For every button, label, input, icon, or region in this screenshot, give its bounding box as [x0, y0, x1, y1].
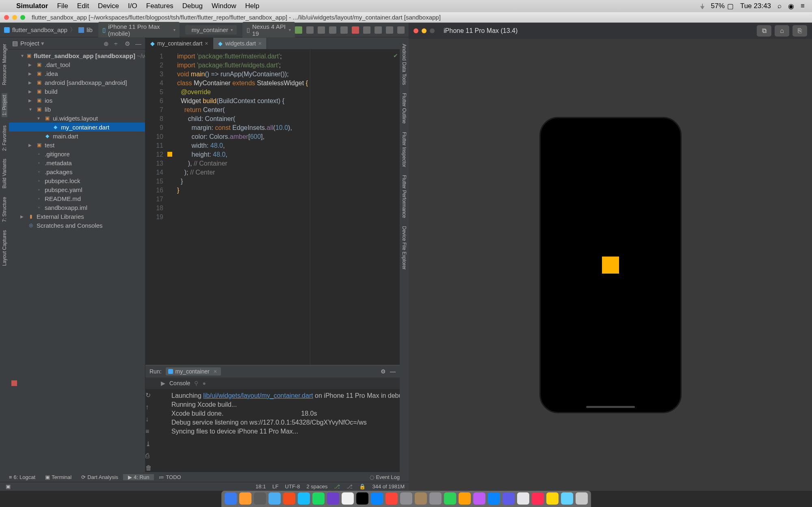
tree-item[interactable]: ▶▣.idea — [9, 69, 145, 78]
color-gutter-icon[interactable] — [167, 152, 172, 157]
sim-minimize-button[interactable] — [422, 28, 427, 33]
dock-app-icon[interactable] — [576, 492, 588, 505]
run-button[interactable] — [295, 26, 302, 34]
tab-flutter-performance[interactable]: Flutter Performance — [401, 175, 407, 218]
tree-item[interactable]: ▶▣.dart_tool — [9, 60, 145, 69]
tree-root[interactable]: ▼▣flutter_sandbox_app [sandboxapp] ~/wor… — [9, 51, 145, 60]
stop-button[interactable] — [352, 26, 359, 34]
dock-app-icon[interactable] — [561, 492, 573, 505]
tab-structure[interactable]: 7: Structure — [2, 197, 7, 222]
active-app-name[interactable]: Simulator — [16, 2, 48, 10]
up-icon[interactable]: ↑ — [145, 403, 153, 411]
tree-external-libraries[interactable]: ▶▮External Libraries — [9, 212, 145, 221]
minimize-window-button[interactable] — [12, 15, 17, 20]
sim-zoom-button[interactable] — [430, 28, 435, 33]
profile-button[interactable] — [318, 26, 325, 34]
dock-app-icon[interactable] — [473, 492, 485, 505]
editor-tab[interactable]: ◆widgets.dart× — [213, 38, 267, 49]
avd-manager-button[interactable] — [363, 26, 370, 34]
dock-app-icon[interactable] — [429, 492, 442, 505]
battery-status[interactable]: 57% ▢ — [711, 2, 734, 11]
run-stop-button[interactable] — [11, 380, 17, 386]
indent-setting[interactable]: 2 spaces — [306, 483, 327, 490]
trash-icon[interactable]: 🗑 — [145, 464, 153, 472]
menu-help[interactable]: Help — [245, 2, 259, 10]
tree-item[interactable]: ▫.packages — [9, 167, 145, 176]
tab-flutter-outline[interactable]: Flutter Outline — [401, 93, 407, 123]
simulated-phone[interactable] — [539, 117, 682, 413]
tree-item[interactable]: ▫README.md — [9, 194, 145, 203]
close-window-button[interactable] — [4, 15, 9, 20]
sim-home-button[interactable]: ⌂ — [775, 25, 789, 37]
attach-button[interactable] — [340, 26, 348, 34]
tab-terminal[interactable]: ▣ Terminal — [40, 474, 76, 480]
memory-indicator[interactable]: 344 of 1981M — [372, 483, 405, 490]
run-config-tab[interactable]: my_container× — [166, 367, 221, 375]
project-tree[interactable]: ▼▣flutter_sandbox_app [sandboxapp] ~/wor… — [9, 50, 145, 472]
rerun-icon[interactable]: ↻ — [145, 391, 153, 399]
menu-io[interactable]: I/O — [128, 2, 137, 10]
code-editor[interactable]: ✔ 12345678910111213141516171819 import '… — [145, 50, 400, 365]
tab-layout-captures[interactable]: Layout Captures — [2, 230, 7, 266]
search-everywhere-button[interactable] — [397, 26, 405, 34]
tree-item[interactable]: ▶▣build — [9, 87, 145, 96]
tab-device-file-explorer[interactable]: Device File Explorer — [401, 226, 407, 270]
tab-dart-analysis[interactable]: ⟳ Dart Analysis — [76, 474, 123, 480]
tab-todo[interactable]: ≔ TODO — [154, 474, 186, 480]
tab-logcat[interactable]: ≡ 6: Logcat — [4, 474, 40, 480]
dock-app-icon[interactable] — [459, 492, 471, 505]
sdk-manager-button[interactable] — [375, 26, 382, 34]
dock-app-icon[interactable] — [488, 492, 500, 505]
menu-debug[interactable]: Debug — [182, 2, 203, 10]
tab-android-data-tools[interactable]: Android Data Tools — [401, 44, 407, 85]
siri-icon[interactable]: ◉ — [788, 2, 794, 11]
run-config-selector[interactable]: my_container▾ — [185, 25, 237, 35]
dock-app-icon[interactable] — [444, 492, 456, 505]
lock-icon[interactable]: 🔒 — [359, 483, 366, 490]
dock-app-icon[interactable] — [342, 492, 354, 505]
avd-selector[interactable]: ▯Nexus 4 API 19▾ — [243, 22, 295, 38]
code-content[interactable]: import 'package:flutter/material.dart';i… — [175, 50, 308, 365]
tree-item[interactable]: ▼▣lib — [9, 105, 145, 114]
line-ending[interactable]: LF — [272, 483, 278, 490]
tree-item[interactable]: ▶▣ios — [9, 96, 145, 105]
down-icon[interactable]: ↓ — [145, 416, 153, 423]
dock-app-icon[interactable] — [517, 492, 529, 505]
hot-reload-button[interactable] — [329, 26, 336, 34]
tree-item[interactable]: ▫.gitignore — [9, 149, 145, 158]
project-settings-icon[interactable]: ⚙ — [125, 40, 131, 47]
menu-device[interactable]: Device — [98, 2, 119, 10]
wrap-icon[interactable]: ≡ — [145, 428, 153, 435]
flutter-status-icon[interactable]: ⎇ — [334, 483, 340, 490]
breadcrumb[interactable]: flutter_sandbox_app 〉 lib — [4, 26, 93, 34]
clock[interactable]: Tue 23:43 — [740, 2, 771, 10]
file-encoding[interactable]: UTF-8 — [285, 483, 300, 490]
dock-app-icon[interactable] — [532, 492, 544, 505]
scroll-icon[interactable]: ⤓ — [145, 440, 153, 447]
dock-app-icon[interactable] — [546, 492, 559, 505]
dock-app-icon[interactable] — [239, 492, 251, 505]
run-settings-icon[interactable]: ⚙ — [381, 368, 386, 375]
tree-item[interactable]: ▫pubspec.yaml — [9, 185, 145, 194]
debug-button[interactable] — [306, 26, 314, 34]
menu-window[interactable]: Window — [212, 2, 236, 10]
menu-file[interactable]: File — [57, 2, 68, 10]
dock-app-icon[interactable] — [371, 492, 383, 505]
dock-app-icon[interactable] — [312, 492, 325, 505]
project-hide-icon[interactable]: — — [135, 40, 142, 47]
tab-flutter-inspector[interactable]: Flutter Inspector — [401, 132, 407, 167]
dock-app-icon[interactable] — [356, 492, 368, 505]
tree-scratches[interactable]: ◎Scratches and Consoles — [9, 221, 145, 230]
run-hide-icon[interactable]: — — [390, 368, 396, 375]
dock-app-icon[interactable] — [385, 492, 398, 505]
editor-gutter[interactable] — [167, 50, 175, 365]
device-selector[interactable]: ▯iPhone 11 Pro Max (mobile)▾ — [98, 22, 180, 38]
dock-app-icon[interactable] — [298, 492, 310, 505]
tree-item[interactable]: ▶▣test — [9, 140, 145, 149]
dock-app-icon[interactable] — [225, 492, 237, 505]
tree-item[interactable]: ▫pubspec.lock — [9, 176, 145, 185]
presentation-mode-icon[interactable]: ▣ — [6, 483, 11, 490]
git-branch-icon[interactable]: ⎇ — [346, 483, 353, 490]
wifi-icon[interactable]: ⏚ — [700, 2, 704, 10]
sync-button[interactable] — [386, 26, 393, 34]
